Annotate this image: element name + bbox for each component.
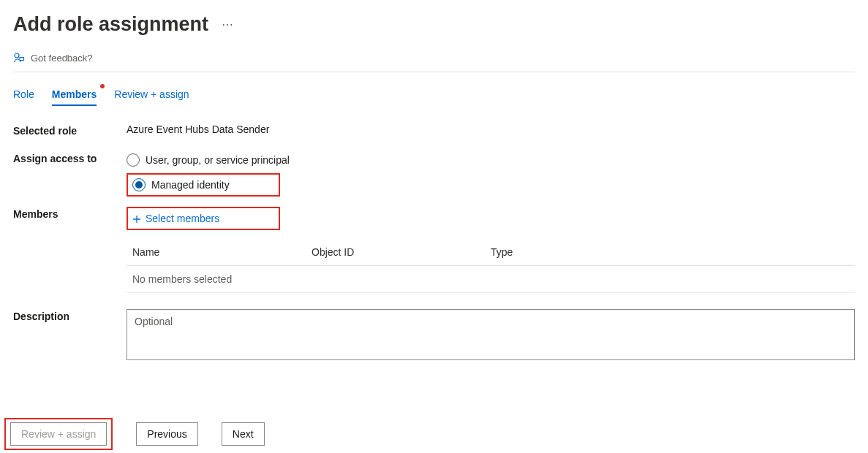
- review-assign-button[interactable]: Review + assign: [10, 422, 107, 446]
- col-name: Name: [132, 246, 312, 258]
- col-object-id: Object ID: [312, 246, 491, 258]
- radio-managed-identity[interactable]: Managed identity: [128, 176, 279, 194]
- members-table: Name Object ID Type No members selected: [127, 246, 855, 293]
- selected-role-label: Selected role: [13, 123, 127, 137]
- highlight-select-members: Select members: [127, 207, 280, 230]
- svg-point-0: [15, 53, 19, 58]
- radio-icon: [127, 153, 140, 167]
- highlight-review-assign: Review + assign: [4, 418, 113, 450]
- col-type: Type: [491, 246, 849, 258]
- more-icon[interactable]: ⋯: [222, 19, 233, 31]
- tab-review-assign-label: Review + assign: [114, 88, 189, 100]
- select-members-label: Select members: [146, 213, 219, 224]
- plus-icon: [132, 214, 141, 223]
- radio-icon: [132, 178, 146, 191]
- feedback-label: Got feedback?: [31, 53, 93, 64]
- tab-indicator-icon: [100, 84, 105, 88]
- tab-review-assign[interactable]: Review + assign: [114, 83, 189, 106]
- assign-access-label: Assign access to: [13, 151, 127, 164]
- previous-button[interactable]: Previous: [136, 422, 197, 446]
- feedback-bar[interactable]: Got feedback?: [13, 52, 855, 72]
- description-label: Description: [13, 309, 127, 322]
- page-title: Add role assignment: [13, 13, 208, 36]
- radio-user-group-sp[interactable]: User, group, or service principal: [127, 151, 855, 169]
- members-label: Members: [13, 207, 127, 220]
- tab-members-label: Members: [52, 88, 97, 100]
- select-members-button[interactable]: Select members: [128, 210, 279, 227]
- selected-role-value: Azure Event Hubs Data Sender: [127, 123, 855, 135]
- radio-managed-identity-label: Managed identity: [151, 179, 230, 191]
- tab-role[interactable]: Role: [13, 83, 34, 106]
- tab-role-label: Role: [13, 88, 34, 100]
- footer-actions: Review + assign Previous Next: [4, 418, 265, 450]
- next-button[interactable]: Next: [222, 422, 265, 446]
- feedback-icon: [13, 52, 25, 64]
- radio-user-group-sp-label: User, group, or service principal: [146, 154, 290, 166]
- members-empty-row: No members selected: [127, 266, 855, 293]
- tabs: Role Members Review + assign: [13, 83, 855, 106]
- highlight-managed-identity: Managed identity: [127, 173, 280, 197]
- description-input[interactable]: [127, 309, 855, 360]
- tab-members[interactable]: Members: [52, 83, 97, 106]
